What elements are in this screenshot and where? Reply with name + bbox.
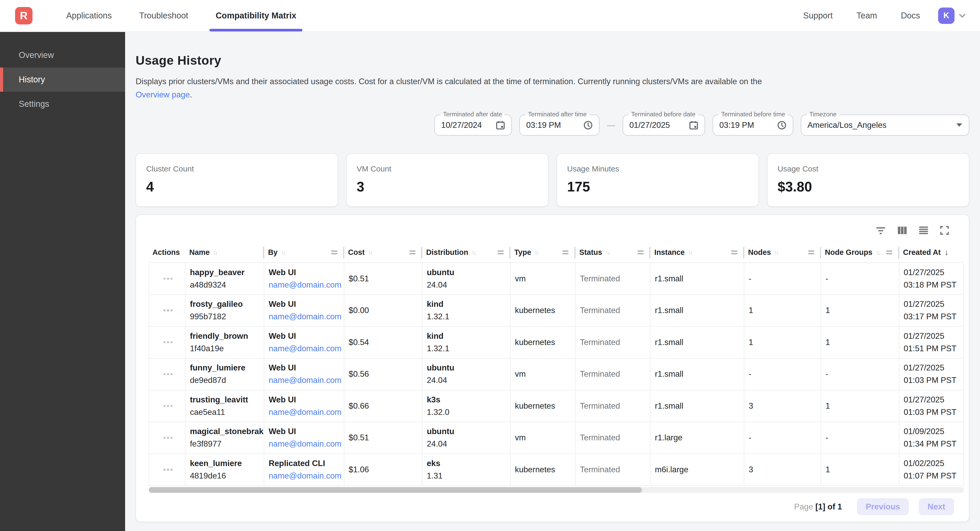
table-row: happy_beavera48d9324 Web UIname@domain.c… [149,263,964,295]
row-actions-button[interactable] [162,306,173,315]
scrollbar-thumb[interactable] [149,487,642,493]
column-menu-icon[interactable] [562,250,568,254]
calendar-icon[interactable] [490,120,505,130]
sort-icon[interactable]: ↑↓ [605,249,609,256]
column-menu-icon[interactable] [808,250,815,254]
row-actions-button[interactable] [162,465,173,474]
sidebar-item-history[interactable]: History [0,68,125,92]
column-header-by[interactable]: By↑↓ [264,243,344,262]
filter-icon[interactable] [876,226,886,235]
sort-desc-icon[interactable]: ↓ [944,248,948,257]
tab-compatibility-matrix[interactable]: Compatibility Matrix [202,0,310,32]
next-page-button[interactable]: Next [919,498,954,515]
timezone-select[interactable]: Timezone America/Los_Angeles [801,114,970,136]
sort-icon[interactable]: ↑↓ [213,249,216,256]
nodes-cell: - [745,422,821,453]
instance-cell: r1.small [651,390,744,422]
nodes-cell: 3 [745,454,821,485]
column-header-cost[interactable]: Cost↑↓ [344,243,422,262]
created-at-cell: 01/27/202501:51 PM PST [899,327,964,358]
chevron-down-icon[interactable] [958,12,966,20]
sort-icon[interactable]: ↑↓ [281,249,284,256]
nodes-cell: 1 [745,327,821,358]
user-avatar[interactable]: K [938,8,954,24]
created-date: 01/27/2025 [904,268,961,277]
description-period: . [190,90,192,99]
row-actions-button[interactable] [162,433,173,442]
cost-cell: $1.06 [344,454,422,485]
table-row: frosty_galileo995b7182 Web UIname@domain… [149,295,964,327]
overview-page-link[interactable]: Overview page [135,90,189,99]
tab-applications[interactable]: Applications [52,0,126,32]
column-menu-icon[interactable] [886,250,892,254]
nav-link-docs[interactable]: Docs [889,11,932,21]
dropdown-arrow-icon[interactable] [950,123,963,127]
node-groups-cell: - [821,358,899,390]
distribution: ubuntu [427,427,508,436]
terminated-before-time-value: 03:19 PM [719,120,754,130]
created-date: 01/27/2025 [904,300,961,309]
row-actions-button[interactable] [162,401,173,411]
created-by-email-link[interactable]: name@domain.com [269,280,341,290]
cluster-id: a48d9324 [190,280,261,290]
terminated-before-time-field[interactable]: Terminated before time 03:19 PM [713,114,793,136]
created-by: Web UI [269,268,341,277]
created-by-email-link[interactable]: name@domain.com [269,471,341,480]
created-by-email-link[interactable]: name@domain.com [269,344,341,353]
sort-icon[interactable]: ↑↓ [774,249,778,256]
terminated-after-time-field[interactable]: Terminated after time 03:19 PM [519,114,600,136]
column-menu-icon[interactable] [638,250,644,254]
tab-troubleshoot[interactable]: Troubleshoot [126,0,202,32]
column-menu-icon[interactable] [409,250,415,254]
previous-page-button[interactable]: Previous [857,498,909,515]
cluster-name: trusting_leavitt [190,395,261,404]
created-by-email-link[interactable]: name@domain.com [269,376,341,385]
sort-icon[interactable]: ↑↓ [688,249,692,256]
column-header-nodes[interactable]: Nodes↑↓ [745,243,821,262]
sidebar-item-overview[interactable]: Overview [0,43,125,68]
row-actions-button[interactable] [162,369,173,379]
row-actions-button[interactable] [162,338,173,347]
terminated-before-date-field[interactable]: Terminated before date 01/27/2025 [623,114,705,136]
created-date: 01/27/2025 [904,395,961,404]
created-by-email-link[interactable]: name@domain.com [269,407,341,417]
column-header-distribution[interactable]: Distribution↑↓ [422,243,511,262]
nav-link-support[interactable]: Support [791,11,845,21]
clock-icon[interactable] [771,120,786,130]
columns-icon[interactable] [897,226,907,235]
terminated-after-date-field[interactable]: Terminated after date 10/27/2024 [434,114,512,136]
type-cell: kubernetes [511,295,576,326]
filter-bar: Terminated after date 10/27/2024 Termina… [135,114,969,136]
column-header-instance[interactable]: Instance↑↓ [651,243,744,262]
cost-cell: $0.56 [344,358,422,390]
distribution-version: 1.31 [427,471,508,480]
sidebar-item-settings[interactable]: Settings [0,92,125,116]
table-toolbar [149,215,964,243]
replicated-logo[interactable]: R [15,7,32,24]
instance-cell: r1.small [651,358,744,390]
column-header-node-groups[interactable]: Node Groups↑↓ [821,243,899,262]
column-header-status[interactable]: Status↑↓ [576,243,651,262]
nav-link-team[interactable]: Team [845,11,889,21]
sort-icon[interactable]: ↑↓ [875,249,879,256]
row-actions-button[interactable] [162,274,173,284]
column-menu-icon[interactable] [498,250,504,254]
column-label: Distribution [426,248,468,257]
calendar-icon[interactable] [683,120,698,130]
fullscreen-icon[interactable] [940,226,949,235]
column-header-created-at[interactable]: Created At↓ [899,243,964,262]
sort-icon[interactable]: ↑↓ [368,249,371,256]
created-by-email-link[interactable]: name@domain.com [269,312,341,321]
column-menu-icon[interactable] [331,250,337,254]
created-by: Web UI [269,331,341,341]
horizontal-scrollbar[interactable] [149,487,964,493]
sort-icon[interactable]: ↑↓ [471,249,475,256]
sort-icon[interactable]: ↑↓ [535,249,538,256]
column-menu-icon[interactable] [731,250,737,254]
created-by-email-link[interactable]: name@domain.com [269,439,341,449]
column-header-type[interactable]: Type↑↓ [511,243,576,262]
column-header-name[interactable]: Name↑↓ [185,243,264,262]
clock-icon[interactable] [577,120,593,130]
instance-cell: m6i.large [651,454,744,485]
density-icon[interactable] [919,226,928,235]
